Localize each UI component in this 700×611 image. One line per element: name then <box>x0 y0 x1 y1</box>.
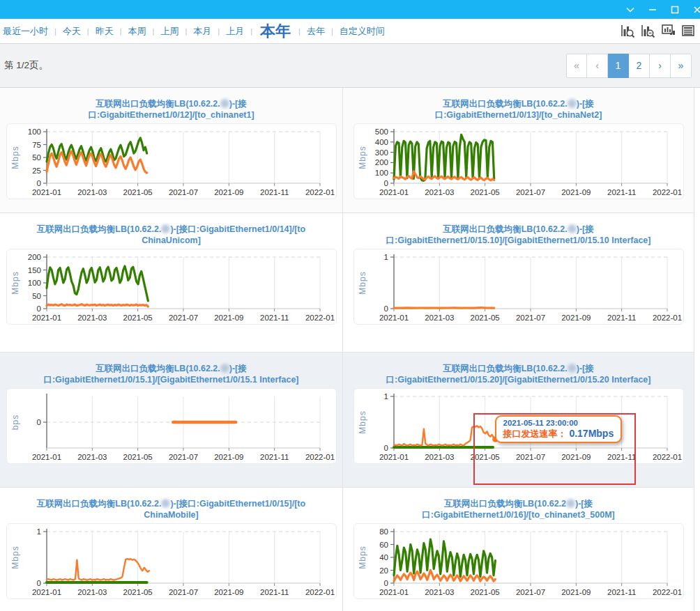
svg-text:2021-07: 2021-07 <box>168 188 197 196</box>
minimize-icon[interactable] <box>647 4 658 15</box>
svg-text:2021-09: 2021-09 <box>214 188 243 196</box>
svg-text:2021-11: 2021-11 <box>259 314 288 322</box>
series-line-send <box>47 151 147 173</box>
tooltip-rate: 接口发送速率： 0.17Mbps <box>503 428 614 440</box>
chart-title: 互联网出口负载均衡LB(10.62.2.)-[接口:GigabitEtherne… <box>15 498 328 520</box>
table-view-icon[interactable] <box>681 24 696 38</box>
page-page-2-button[interactable]: 2 <box>629 54 650 78</box>
svg-text:50: 50 <box>32 292 41 300</box>
svg-text:50: 50 <box>32 153 41 162</box>
redacted-ip-blur <box>568 99 577 108</box>
nav-item[interactable]: 上月 <box>220 25 250 38</box>
chart-title-text: 互联网出口负载均衡LB(10.62.2. <box>96 364 220 373</box>
svg-text:2021-11: 2021-11 <box>607 314 635 322</box>
chart-plot: 02021-012021-032021-052021-072021-092021… <box>8 389 335 463</box>
chart-plot: 0204060802021-012021-032021-052021-07202… <box>355 525 683 598</box>
svg-text:2021-01: 2021-01 <box>379 588 408 596</box>
chart-export-icon[interactable] <box>661 24 676 38</box>
chart-title: 互联网出口负载均衡LB(10.62.2.)-[接口:GigabitEtherne… <box>362 363 676 385</box>
axes: 0501001502002021-012021-032021-052021-07… <box>10 253 335 322</box>
svg-text:2021-01: 2021-01 <box>379 314 408 322</box>
nav-item[interactable]: 本年 <box>252 21 298 42</box>
page-first-button[interactable]: « <box>566 54 587 78</box>
nav-item[interactable]: 昨天 <box>89 25 120 38</box>
y-axis-label: Mbps <box>10 546 20 569</box>
axes: 012021-012021-032021-052021-072021-09202… <box>358 253 682 322</box>
svg-text:2021-11: 2021-11 <box>607 453 635 461</box>
svg-text:2021-11: 2021-11 <box>607 188 635 196</box>
chart-plot-card[interactable]: 02550751002021-012021-032021-052021-0720… <box>6 123 337 199</box>
view-toolbar <box>621 24 696 38</box>
svg-text:40: 40 <box>379 553 388 562</box>
nav-item[interactable]: 去年 <box>300 25 331 38</box>
close-icon[interactable] <box>692 4 700 15</box>
chart-cell: 互联网出口负载均衡LB(10.62.2.)-[接口:GigabitEtherne… <box>0 88 343 213</box>
page-prev-button[interactable]: ‹ <box>587 54 608 78</box>
svg-text:2022-01: 2022-01 <box>652 453 681 461</box>
chart-plot-card[interactable]: 012021-012021-032021-052021-072021-09202… <box>6 523 337 599</box>
svg-text:2021-07: 2021-07 <box>515 453 545 461</box>
y-axis-label: Mbps <box>358 146 367 169</box>
svg-text:2022-01: 2022-01 <box>305 453 334 461</box>
chart-cell: 互联网出口负载均衡LB(10.62.2)-[接口:GigabitEthernet… <box>343 488 694 611</box>
svg-text:2021-03: 2021-03 <box>77 314 107 322</box>
nav-item[interactable]: 今天 <box>56 25 87 38</box>
maximize-icon[interactable] <box>669 4 680 15</box>
nav-item[interactable]: 最近一小时 <box>0 25 54 38</box>
svg-text:150: 150 <box>27 266 40 274</box>
svg-text:2021-01: 2021-01 <box>31 588 61 596</box>
nav-item[interactable]: 上周 <box>154 25 185 38</box>
chart-plot-card[interactable]: 012021-012021-032021-052021-072021-09202… <box>353 249 684 325</box>
page-next-button[interactable]: › <box>650 54 671 78</box>
svg-text:2021-01: 2021-01 <box>379 188 408 196</box>
svg-text:2021-05: 2021-05 <box>470 588 499 596</box>
chart-plot-card[interactable]: 0204060802021-012021-032021-052021-07202… <box>353 523 684 599</box>
chart-cell: 互联网出口负载均衡LB(10.62.2.)-[接口:GigabitEtherne… <box>0 213 343 353</box>
chart-zoom-plus-icon[interactable] <box>641 24 655 38</box>
svg-text:2021-09: 2021-09 <box>214 314 243 322</box>
nav-item[interactable]: 本月 <box>187 25 218 38</box>
nav-item[interactable]: 自定义时间 <box>333 25 391 38</box>
svg-text:0: 0 <box>383 444 388 452</box>
svg-text:2021-01: 2021-01 <box>31 453 61 461</box>
svg-text:0: 0 <box>383 179 388 187</box>
svg-text:2021-03: 2021-03 <box>77 453 107 461</box>
nav-item[interactable]: 本周 <box>122 25 153 38</box>
svg-text:2021-07: 2021-07 <box>168 314 197 322</box>
svg-text:2022-01: 2022-01 <box>652 588 681 596</box>
page-page-1-button[interactable]: 1 <box>608 54 629 78</box>
chart-plot: 01002003004005002021-012021-032021-05202… <box>355 125 683 199</box>
chart-cell: 互联网出口负载均衡LB(10.62.2.)-[接口:GigabitEtherne… <box>0 488 343 611</box>
y-axis-label: Mbps <box>358 410 367 433</box>
svg-text:100: 100 <box>27 279 40 287</box>
chart-zoom-icon[interactable] <box>621 24 635 38</box>
chart-plot: 02550751002021-012021-032021-052021-0720… <box>8 125 335 199</box>
svg-text:2021-11: 2021-11 <box>607 588 635 596</box>
chart-title-text: 互联网出口负载均衡LB(10.62.2. <box>37 224 162 234</box>
chart-plot-card[interactable]: 0501001502002021-012021-032021-052021-07… <box>6 249 337 325</box>
chart-cell: 互联网出口负载均衡LB(10.62.2.)-[接口:GigabitEtherne… <box>343 213 694 353</box>
chart-cell: 互联网出口负载均衡LB(10.62.2.)-[接口:GigabitEtherne… <box>0 353 343 488</box>
y-axis-label: Mbps <box>10 271 20 294</box>
chart-title: 互联网出口负载均衡LB(10.62.2.)-[接口:GigabitEtherne… <box>362 224 676 246</box>
chart-title-text: 互联网出口负载均衡LB(10.62.2. <box>443 364 568 373</box>
chart-plot-card[interactable]: 02021-012021-032021-052021-072021-092021… <box>6 388 337 464</box>
svg-text:2021-07: 2021-07 <box>515 588 545 596</box>
chart-plot-card[interactable]: 012021-012021-032021-052021-072021-09202… <box>353 388 684 464</box>
chart-plot-card[interactable]: 01002003004005002021-012021-032021-05202… <box>353 123 684 199</box>
svg-text:2021-03: 2021-03 <box>425 314 454 322</box>
chart-title-text: 互联网出口负载均衡LB(10.62.2. <box>37 499 162 509</box>
chart-plot: 0501001502002021-012021-032021-052021-07… <box>8 250 335 324</box>
pagination-bar: 第 1/2页。 «‹12›» <box>0 44 700 88</box>
chevron-down-icon[interactable] <box>625 4 636 15</box>
svg-text:200: 200 <box>374 158 388 167</box>
page-indicator-label: 第 1/2页。 <box>4 59 48 72</box>
svg-text:2021-09: 2021-09 <box>214 453 243 461</box>
svg-text:2021-05: 2021-05 <box>470 453 499 461</box>
page-last-button[interactable]: » <box>671 54 692 78</box>
svg-text:2021-07: 2021-07 <box>515 188 545 196</box>
svg-text:80: 80 <box>379 527 388 536</box>
svg-text:2021-07: 2021-07 <box>168 453 197 461</box>
chart-tooltip: 2021-05-11 23:00:00接口发送速率： 0.17Mbps <box>495 415 623 443</box>
svg-text:2022-01: 2022-01 <box>305 314 334 322</box>
